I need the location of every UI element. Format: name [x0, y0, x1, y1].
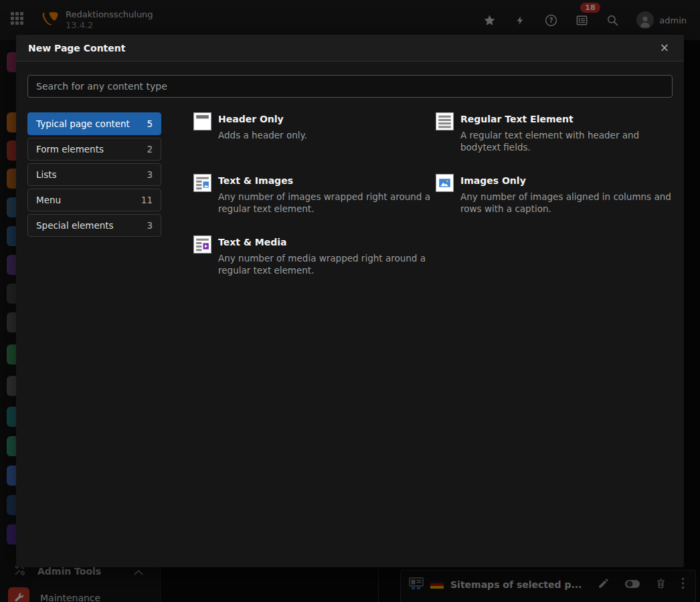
modal-title: New Page Content [28, 43, 657, 54]
content-item-text-media[interactable]: Text & Media Any number of media wrapped… [193, 235, 430, 278]
text-media-icon [193, 235, 211, 278]
text-images-icon [193, 174, 211, 217]
modal-header: New Page Content × [16, 35, 684, 62]
content-item-images-only[interactable]: Images Only Any number of images aligned… [436, 174, 673, 217]
content-type-search-input[interactable] [27, 75, 673, 98]
tab-typical-page-content[interactable]: Typical page content 5 [27, 112, 161, 135]
tab-lists[interactable]: Lists 3 [27, 163, 161, 186]
new-content-modal: New Page Content × Typical page content … [16, 35, 684, 567]
tab-form-elements[interactable]: Form elements 2 [27, 138, 161, 161]
images-only-icon [436, 174, 454, 217]
tab-count: 11 [141, 195, 153, 205]
content-item-regular-text[interactable]: Regular Text Element A regular text elem… [436, 112, 673, 155]
content-item-header-only[interactable]: Header Only Adds a header only. [193, 112, 430, 155]
close-icon[interactable]: × [657, 39, 672, 56]
tab-count: 3 [147, 220, 153, 231]
content-type-list: Header Only Adds a header only. Regular … [193, 112, 673, 278]
page: Redaktionsschulung 13.4.2 ? 18 [0, 0, 700, 602]
header-only-icon [193, 112, 211, 155]
tab-count: 2 [147, 144, 153, 155]
tab-special-elements[interactable]: Special elements 3 [27, 214, 161, 237]
tab-count: 5 [147, 118, 153, 129]
category-tabs: Typical page content 5 Form elements 2 L… [27, 112, 161, 237]
tab-menu[interactable]: Menu 11 [27, 189, 161, 211]
content-item-text-images[interactable]: Text & Images Any number of images wrapp… [193, 174, 430, 217]
modal-body: Typical page content 5 Form elements 2 L… [16, 62, 684, 567]
text-icon [436, 112, 454, 155]
tab-count: 3 [147, 169, 153, 180]
